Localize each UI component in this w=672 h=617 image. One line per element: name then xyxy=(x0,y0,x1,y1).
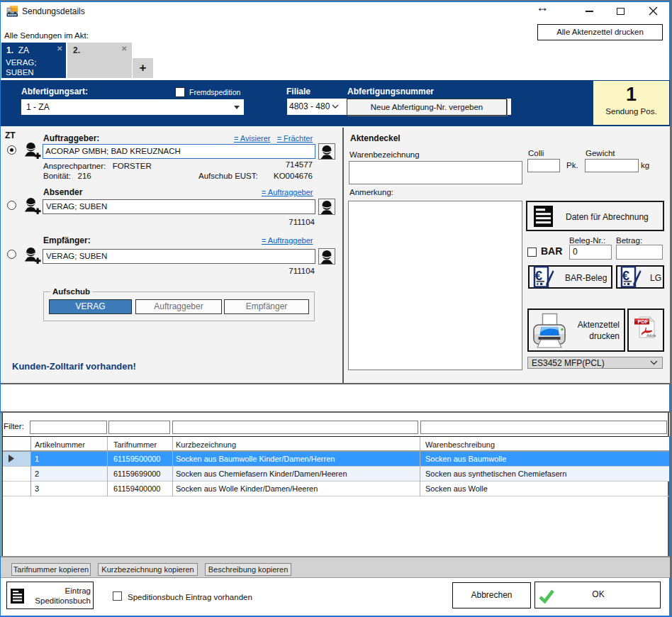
svg-text:PDF: PDF xyxy=(638,318,649,325)
svg-text:Adobe: Adobe xyxy=(646,333,656,338)
svg-text:€: € xyxy=(622,268,630,283)
svg-text:€: € xyxy=(535,268,543,283)
